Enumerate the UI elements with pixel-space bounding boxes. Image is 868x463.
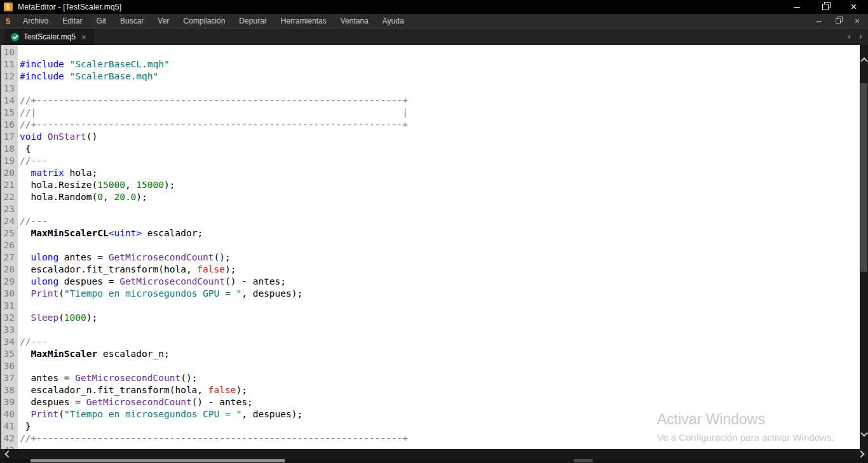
code-line[interactable]: 43 <box>1 445 860 449</box>
code-text: //--- <box>18 215 48 227</box>
close-button[interactable]: × <box>839 0 868 14</box>
code-text: //+-------------------------------------… <box>18 95 408 107</box>
code-line[interactable]: 10 <box>1 46 860 58</box>
code-text <box>18 203 20 215</box>
scrollbar-right-icon[interactable] <box>857 450 864 457</box>
code-line[interactable]: 36 <box>1 360 860 372</box>
code-lines: 1011#include "ScalerBaseCL.mqh"12#includ… <box>1 45 860 449</box>
code-text: void OnStart() <box>18 131 97 143</box>
code-text <box>18 46 20 58</box>
code-line[interactable]: 12#include "ScalerBase.mqh" <box>1 70 860 83</box>
code-text: //--- <box>18 155 48 167</box>
compile-status-icon <box>11 33 19 41</box>
code-line[interactable]: 23 <box>1 203 860 215</box>
menu-bar: 5 ArchivoEditarGitBuscarVerCompilaciónDe… <box>0 14 868 28</box>
code-text: //| | <box>18 107 408 119</box>
code-text: despues = GetMicrosecondCount() - antes; <box>18 396 253 408</box>
code-text: matrix hola; <box>18 167 97 179</box>
code-text: Sleep(1000); <box>18 312 97 324</box>
line-number: 36 <box>1 360 18 372</box>
tab-close-icon[interactable]: × <box>81 33 86 41</box>
code-line[interactable]: 37 antes = GetMicrosecondCount(); <box>1 372 860 384</box>
code-text: Print("Tiempo en microsegundos CPU = ", … <box>18 408 302 420</box>
code-line[interactable]: 38 escalador_n.fit_transform(hola, false… <box>1 384 860 396</box>
code-text: //+-------------------------------------… <box>18 433 408 445</box>
vertical-scrollbar-thumb[interactable] <box>860 83 867 272</box>
tab-testscaler[interactable]: TestScaler.mq5 × <box>4 29 93 45</box>
tab-scroll-left-icon[interactable] <box>847 34 850 39</box>
code-line[interactable]: 21 hola.Resize(15000, 15000); <box>1 179 860 191</box>
line-number: 21 <box>1 179 18 191</box>
code-line[interactable]: 16//+-----------------------------------… <box>1 119 860 131</box>
scrollbar-left-icon[interactable] <box>4 450 11 457</box>
menu-item-ayuda[interactable]: Ayuda <box>376 15 411 27</box>
line-number: 31 <box>1 300 18 312</box>
code-line[interactable]: 32 Sleep(1000); <box>1 312 860 324</box>
close-icon: × <box>851 2 857 12</box>
mdi-minimize-button[interactable] <box>815 17 824 25</box>
line-number: 42 <box>1 433 18 445</box>
code-line[interactable]: 34//--- <box>1 336 860 348</box>
line-number: 43 <box>1 445 18 449</box>
code-text: hola.Random(0, 20.0); <box>18 191 147 203</box>
line-number: 37 <box>1 372 18 384</box>
code-line[interactable]: 17void OnStart() <box>1 131 860 143</box>
code-text: //--- <box>18 336 48 348</box>
code-line[interactable]: 30 Print("Tiempo en microsegundos GPU = … <box>1 288 860 300</box>
code-line[interactable]: 13 <box>1 83 860 95</box>
code-line[interactable]: 33 <box>1 324 860 336</box>
code-line[interactable]: 29 ulong despues = GetMicrosecondCount()… <box>1 276 860 288</box>
code-line[interactable]: 14//+-----------------------------------… <box>1 95 860 107</box>
code-line[interactable]: 20 matrix hola; <box>1 167 860 179</box>
horizontal-scrollbar[interactable] <box>0 449 868 459</box>
code-line[interactable]: 35 MaxMinScaler escalador_n; <box>1 348 860 360</box>
tab-scroll-right-icon[interactable] <box>860 34 863 39</box>
menu-item-git[interactable]: Git <box>90 15 113 27</box>
scrollbar-up-icon[interactable] <box>860 57 867 64</box>
code-line[interactable]: 26 <box>1 239 860 252</box>
code-line[interactable]: 11#include "ScalerBaseCL.mqh" <box>1 58 860 70</box>
code-line[interactable]: 24//--- <box>1 215 860 227</box>
tab-scroll-arrows <box>847 29 863 45</box>
restore-button[interactable] <box>811 0 839 14</box>
code-line[interactable]: 18 { <box>1 143 860 155</box>
code-text <box>18 300 20 312</box>
code-editor[interactable]: 1011#include "ScalerBaseCL.mqh"12#includ… <box>0 45 860 449</box>
line-number: 16 <box>1 119 18 131</box>
code-line[interactable]: 22 hola.Random(0, 20.0); <box>1 191 860 203</box>
menu-item-ventana[interactable]: Ventana <box>334 15 376 27</box>
mdi-restore-button[interactable] <box>834 17 843 25</box>
menu-items: ArchivoEditarGitBuscarVerCompilaciónDepu… <box>16 15 410 27</box>
menu-item-compilacion[interactable]: Compilación <box>176 15 232 27</box>
code-text: escalador.fit_transform(hola, false); <box>18 264 236 276</box>
mdi-close-button[interactable]: × <box>853 17 862 25</box>
minimize-button[interactable] <box>782 0 811 14</box>
code-text: escalador_n.fit_transform(hola, false); <box>18 384 247 396</box>
code-line[interactable]: 27 ulong antes = GetMicrosecondCount(); <box>1 252 860 264</box>
code-line[interactable]: 39 despues = GetMicrosecondCount() - ant… <box>1 396 860 408</box>
minimize-icon <box>794 7 800 8</box>
code-text: MaxMinScaler escalador_n; <box>18 348 170 360</box>
menu-item-buscar[interactable]: Buscar <box>113 15 151 27</box>
scrollbar-down-icon[interactable] <box>860 429 867 436</box>
menu-item-editar[interactable]: Editar <box>55 15 89 27</box>
tab-label: TestScaler.mq5 <box>24 32 76 41</box>
code-text: antes = GetMicrosecondCount(); <box>18 372 197 384</box>
line-number: 20 <box>1 167 18 179</box>
code-text: Print("Tiempo en microsegundos GPU = ", … <box>18 288 302 300</box>
code-line[interactable]: 28 escalador.fit_transform(hola, false); <box>1 264 860 276</box>
bottom-scrollbar-thumb[interactable] <box>31 459 285 462</box>
menu-item-ver[interactable]: Ver <box>151 15 176 27</box>
menu-item-herramientas[interactable]: Herramientas <box>274 15 334 27</box>
line-number: 38 <box>1 384 18 396</box>
code-line[interactable]: 15//| | <box>1 107 860 119</box>
code-line[interactable]: 19//--- <box>1 155 860 167</box>
menu-item-depurar[interactable]: Depurar <box>232 15 273 27</box>
code-text: #include "ScalerBase.mqh" <box>18 70 158 83</box>
code-text <box>18 445 20 449</box>
code-line[interactable]: 31 <box>1 300 860 312</box>
menu-item-archivo[interactable]: Archivo <box>16 15 55 27</box>
code-line[interactable]: 25 MaxMinScalerCL<uint> escalador; <box>1 227 860 239</box>
vertical-scrollbar[interactable] <box>860 45 868 449</box>
line-number: 11 <box>1 58 18 70</box>
